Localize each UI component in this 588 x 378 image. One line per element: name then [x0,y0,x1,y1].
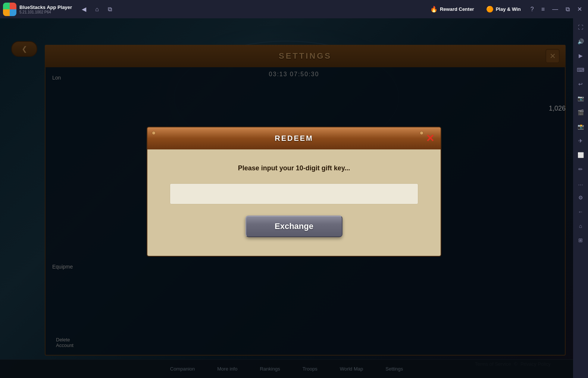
redeem-close-button[interactable]: ✕ [423,132,436,145]
maximize-button[interactable]: ⧉ [563,4,573,14]
app-name: BlueStacks App Player [19,4,72,10]
home-sidebar-icon[interactable]: ⌂ [575,220,587,232]
camera-icon[interactable]: 📸 [575,121,587,133]
back-sidebar-icon[interactable]: ← [575,206,587,218]
record-icon[interactable]: 🎬 [575,106,587,118]
screenshot-icon[interactable]: 📷 [575,92,587,104]
top-bar: BlueStacks App Player 5.21.101.1002 P64 … [0,0,588,18]
app-logo [3,3,16,16]
multi-nav-button[interactable]: ⧉ [106,4,114,14]
app-title: BlueStacks App Player 5.21.101.1002 P64 [19,4,72,14]
gift-key-input[interactable] [170,183,418,204]
redeem-title: REDEEM [275,134,313,143]
reward-fire-icon: 🔥 [430,6,438,13]
right-sidebar: ⛶ 🔊 ▶ ⌨ ↩ 📷 🎬 📸 ✈ ⬜ ✏ … ⚙ ← ⌂ ⊞ [573,18,588,378]
back-nav-button[interactable]: ◀ [79,4,88,14]
minimize-button[interactable]: — [549,4,561,14]
menu-button[interactable]: ≡ [538,4,548,14]
topbar-right: 🔥 Reward Center 🟠 Play & Win ? ≡ — ⧉ ✕ [425,3,588,15]
close-window-button[interactable]: ✕ [574,4,585,14]
volume-icon[interactable]: 🔊 [575,35,587,47]
window-icon[interactable]: ⬜ [575,149,587,161]
reward-center-button[interactable]: 🔥 Reward Center [425,3,479,15]
corner-pin-tr [420,131,423,135]
more-icon[interactable]: … [575,177,587,189]
exchange-button[interactable]: Exchange [245,216,343,237]
redeem-header: REDEEM ✕ [147,127,441,149]
play-win-label: Play & Win [496,6,521,12]
play-win-icon: 🟠 [486,6,494,13]
nav-buttons: ◀ ⌂ ⧉ [79,4,114,14]
redeem-body: Please input your 10-digit gift key... E… [147,149,441,257]
redeem-dialog: REDEEM ✕ Please input your 10-digit gift… [147,127,441,257]
settings-sidebar-icon[interactable]: ⚙ [575,192,587,204]
help-button[interactable]: ? [528,4,537,14]
rotate-icon[interactable]: ↩ [575,78,587,90]
redeem-prompt-text: Please input your 10-digit gift key... [170,164,418,172]
app-version: 5.21.101.1002 P64 [19,10,72,14]
airplane-icon[interactable]: ✈ [575,135,587,147]
redeem-close-x-icon: ✕ [426,133,434,143]
keyboard-icon[interactable]: ⌨ [575,64,587,76]
fullscreen-icon[interactable]: ⛶ [575,21,587,33]
grid-sidebar-icon[interactable]: ⊞ [575,234,587,246]
reward-center-label: Reward Center [440,6,474,12]
edit-icon[interactable]: ✏ [575,163,587,175]
play-icon[interactable]: ▶ [575,50,587,62]
home-nav-button[interactable]: ⌂ [93,4,101,14]
play-win-button[interactable]: 🟠 Play & Win [481,3,526,15]
corner-pin-tl [152,131,156,135]
